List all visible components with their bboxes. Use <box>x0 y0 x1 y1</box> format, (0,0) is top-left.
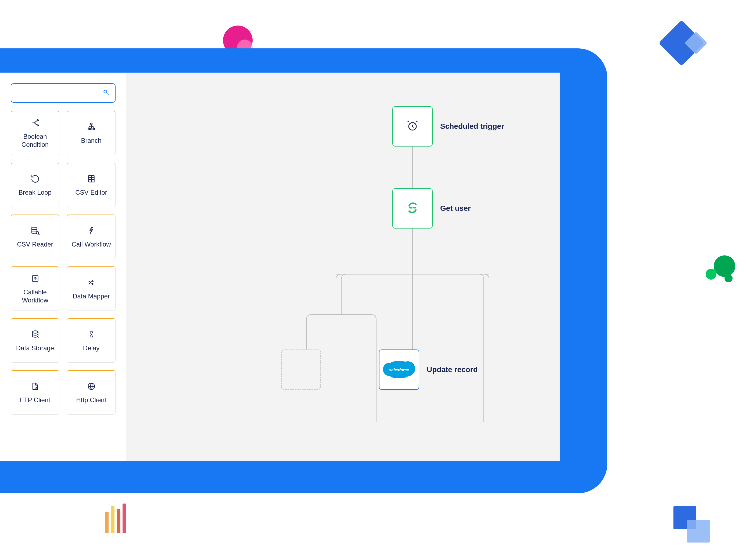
palette-item-label: Break Loop <box>19 189 52 197</box>
search-icon <box>103 89 110 97</box>
palette-item-condition[interactable]: Boolean Condition <box>11 111 59 155</box>
svg-point-1 <box>37 120 38 121</box>
palette-item-label: Data Mapper <box>73 292 110 300</box>
svg-point-9 <box>36 231 39 234</box>
httpclient-icon <box>87 381 96 392</box>
breakloop-icon <box>30 173 40 184</box>
svg-point-6 <box>93 128 94 130</box>
component-palette-sidebar: Boolean ConditionBranchBreak LoopCSV Edi… <box>0 73 126 461</box>
svg-point-2 <box>37 125 38 126</box>
search-input[interactable] <box>17 89 100 97</box>
delay-icon <box>87 329 95 340</box>
decoration-squares <box>673 506 708 541</box>
palette-item-label: CSV Reader <box>17 240 53 248</box>
flow-drop-target[interactable] <box>281 349 321 390</box>
palette-item-csveditor[interactable]: CSV Editor <box>67 163 116 207</box>
palette-item-delay[interactable]: Delay <box>67 318 116 363</box>
palette-item-csvreader[interactable]: CSV Reader <box>11 215 59 259</box>
palette-item-label: Call Workflow <box>71 240 111 248</box>
branch-icon <box>86 121 96 132</box>
flow-node-get-user[interactable]: Get user <box>392 188 471 228</box>
palette-item-label: Boolean Condition <box>13 133 57 149</box>
svg-point-3 <box>90 123 92 125</box>
svg-point-11 <box>32 331 38 333</box>
palette-item-label: Data Storage <box>16 344 54 352</box>
app-frame: Boolean ConditionBranchBreak LoopCSV Edi… <box>0 48 607 493</box>
palette-item-label: Branch <box>81 137 101 145</box>
svg-point-5 <box>90 128 92 130</box>
palette-item-label: FTP Client <box>20 396 50 404</box>
svg-point-0 <box>104 90 107 93</box>
callworkflow-icon <box>87 225 96 236</box>
search-field[interactable] <box>11 83 116 103</box>
palette-item-breakloop[interactable]: Break Loop <box>11 163 59 207</box>
clock-icon <box>406 119 419 133</box>
palette-item-datastorage[interactable]: Data Storage <box>11 318 59 363</box>
flow-node-update-record[interactable]: salesforce Update record <box>379 349 478 390</box>
palette-item-callableworkflow[interactable]: Callable Workflow <box>11 267 59 311</box>
palette-item-callworkflow[interactable]: Call Workflow <box>67 215 116 259</box>
decoration-diamond <box>659 20 704 66</box>
palette-item-ftpclient[interactable]: FTP Client <box>11 370 59 415</box>
palette-item-branch[interactable]: Branch <box>67 111 116 155</box>
decoration-green-dots <box>706 253 741 288</box>
datastorage-icon <box>30 329 40 340</box>
integration-logo-icon <box>404 200 421 217</box>
salesforce-icon: salesforce <box>387 361 411 378</box>
palette-item-label: Http Client <box>76 396 106 404</box>
node-label: Update record <box>427 365 478 374</box>
palette-item-datamapper[interactable]: Data Mapper <box>67 267 116 311</box>
datamapper-icon <box>86 277 97 288</box>
svg-point-4 <box>88 128 89 130</box>
palette-item-label: Callable Workflow <box>13 288 57 304</box>
app-window: Boolean ConditionBranchBreak LoopCSV Edi… <box>0 73 560 461</box>
palette-item-httpclient[interactable]: Http Client <box>67 370 116 415</box>
callableworkflow-icon <box>30 273 40 284</box>
decoration-bars <box>105 504 126 533</box>
palette-item-label: Delay <box>83 344 99 352</box>
node-label: Get user <box>440 204 471 213</box>
palette-grid: Boolean ConditionBranchBreak LoopCSV Edi… <box>11 111 116 415</box>
ftpclient-icon <box>30 381 40 392</box>
palette-item-label: CSV Editor <box>75 189 107 197</box>
workflow-canvas[interactable]: Scheduled trigger Get user salesforce Up… <box>126 73 560 461</box>
node-label: Scheduled trigger <box>440 122 504 131</box>
csveditor-icon <box>87 173 96 184</box>
flow-node-scheduled-trigger[interactable]: Scheduled trigger <box>392 106 504 146</box>
csvreader-icon <box>30 225 40 236</box>
condition-icon <box>30 117 40 128</box>
